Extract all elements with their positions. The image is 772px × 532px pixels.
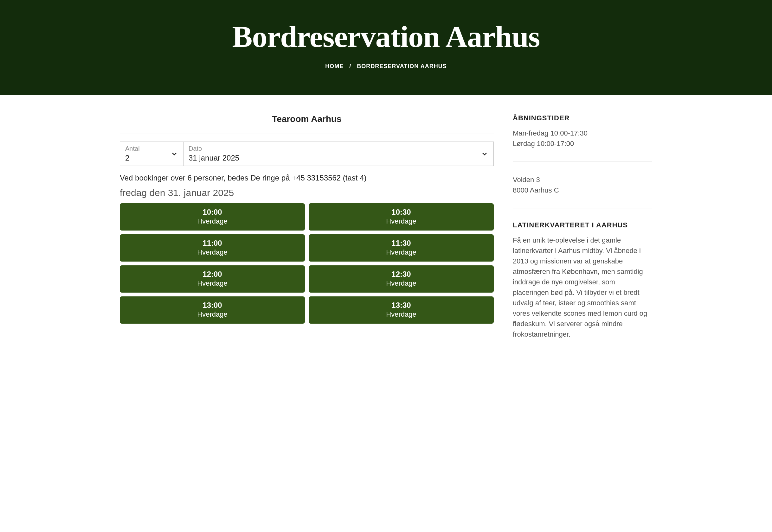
slot-subtitle: Hverdage [120,279,305,288]
slot-time: 13:30 [309,301,494,310]
hero-banner: Bordreservation Aarhus HOME / BORDRESERV… [0,0,772,95]
slot-time: 11:30 [309,239,494,248]
sidebar: ÅBNINGSTIDER Man-fredag 10:00-17:30 Lørd… [513,114,652,365]
picker-row: Antal 2 Dato 31 januar 2025 [120,142,494,166]
date-heading: fredag den 31. januar 2025 [120,187,494,198]
slot-time: 12:00 [120,270,305,279]
slot-subtitle: Hverdage [309,310,494,319]
antal-label: Antal [125,145,140,152]
slot-time: 10:30 [309,208,494,217]
time-slot[interactable]: 11:00 Hverdage [120,234,305,262]
page-title: Bordreservation Aarhus [6,19,766,54]
latin-section: LATINERKVARTERET I AARHUS Få en unik te-… [513,221,652,352]
slot-time: 13:00 [120,301,305,310]
dato-picker[interactable]: Dato 31 januar 2025 [183,142,494,166]
latin-body: Få en unik te-oplevelse i det gamle lati… [513,235,652,339]
breadcrumb-separator: / [349,63,351,69]
address-line: Volden 3 [513,174,652,185]
slot-subtitle: Hverdage [309,217,494,225]
time-slot-grid: 10:00 Hverdage 10:30 Hverdage 11:00 Hver… [120,203,494,324]
dato-label: Dato [188,145,239,152]
time-slot[interactable]: 11:30 Hverdage [309,234,494,262]
chevron-down-icon [481,150,488,158]
antal-value: 2 [125,154,140,162]
time-slot[interactable]: 12:00 Hverdage [120,265,305,293]
slot-subtitle: Hverdage [309,248,494,257]
address-line: 8000 Aarhus C [513,185,652,195]
antal-picker[interactable]: Antal 2 [120,142,183,166]
time-slot[interactable]: 13:30 Hverdage [309,296,494,324]
hours-heading: ÅBNINGSTIDER [513,114,652,122]
slot-time: 12:30 [309,270,494,279]
slot-subtitle: Hverdage [120,248,305,257]
slot-subtitle: Hverdage [120,310,305,319]
dato-value: 31 januar 2025 [188,154,239,162]
slot-time: 10:00 [120,208,305,217]
hours-line: Lørdag 10:00-17:00 [513,138,652,149]
time-slot[interactable]: 13:00 Hverdage [120,296,305,324]
slot-subtitle: Hverdage [120,217,305,225]
slot-time: 11:00 [120,239,305,248]
breadcrumb-home-link[interactable]: HOME [325,63,344,69]
latin-heading: LATINERKVARTERET I AARHUS [513,221,652,229]
booking-note: Ved bookinger over 6 personer, bedes De … [120,174,494,182]
breadcrumb: HOME / BORDRESERVATION AARHUS [6,63,766,70]
venue-title: Tearoom Aarhus [120,114,494,134]
address-section: Volden 3 8000 Aarhus C [513,174,652,208]
hours-section: ÅBNINGSTIDER Man-fredag 10:00-17:30 Lørd… [513,114,652,162]
hours-line: Man-fredag 10:00-17:30 [513,128,652,138]
main-container: Tearoom Aarhus Antal 2 Dato 31 januar 20… [107,95,665,384]
breadcrumb-current: BORDRESERVATION AARHUS [357,63,446,69]
time-slot[interactable]: 10:00 Hverdage [120,203,305,231]
slot-subtitle: Hverdage [309,279,494,288]
booking-panel: Tearoom Aarhus Antal 2 Dato 31 januar 20… [120,114,494,365]
time-slot[interactable]: 10:30 Hverdage [309,203,494,231]
time-slot[interactable]: 12:30 Hverdage [309,265,494,293]
chevron-down-icon [170,150,178,158]
